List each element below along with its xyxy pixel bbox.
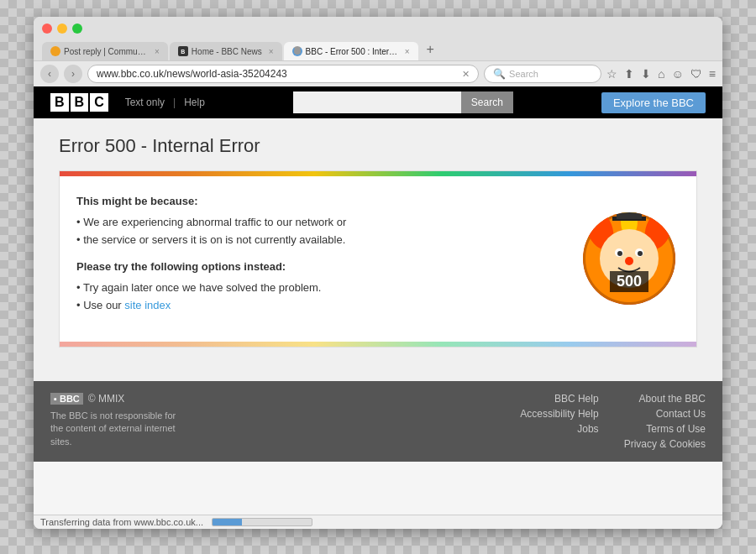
footer-about-bbc[interactable]: About the BBC bbox=[624, 393, 706, 405]
toolbar-icons: ☆ ⬆ ⬇ ⌂ ☺ 🛡 ≡ bbox=[606, 67, 716, 81]
footer-links: BBC Help Accessibility Help Jobs About t… bbox=[202, 393, 706, 450]
svg-point-10 bbox=[625, 257, 633, 265]
error-heading: This might be because: bbox=[76, 193, 562, 211]
maximize-button[interactable] bbox=[72, 24, 82, 34]
text-only-link[interactable]: Text only bbox=[125, 97, 165, 108]
site-index-link[interactable]: site index bbox=[124, 299, 171, 311]
footer-links-col2: About the BBC Contact Us Terms of Use Pr… bbox=[624, 393, 706, 450]
bbc-footer: ▪ BBC © MMIX The BBC is not responsible … bbox=[34, 381, 722, 462]
svg-rect-12 bbox=[617, 212, 642, 219]
error-image-area: 500 bbox=[579, 193, 680, 325]
bbc-logo-c: C bbox=[90, 93, 108, 112]
footer-logo-box: ▪ BBC bbox=[50, 393, 83, 405]
suggestions-list: Try again later once we have solved the … bbox=[76, 280, 562, 315]
suggestion-1: Try again later once we have solved the … bbox=[76, 280, 562, 297]
address-bar: ‹ › www.bbc.co.uk/news/world-asia-352042… bbox=[34, 60, 722, 86]
bbc-logo-b: B bbox=[50, 93, 69, 112]
error-clown-image: 500 bbox=[583, 212, 675, 305]
tab-error-close[interactable]: × bbox=[405, 47, 410, 56]
tab-community[interactable]: Post reply | Community Site × bbox=[42, 42, 168, 60]
error-reasons-list: We are experiencing abnormal traffic to … bbox=[76, 214, 562, 249]
suggestion-2: Use our site index bbox=[76, 297, 562, 315]
community-tab-icon bbox=[50, 46, 60, 56]
window-controls bbox=[42, 24, 714, 34]
new-tab-button[interactable]: + bbox=[420, 39, 441, 60]
status-bar: Transferring data from www.bbc.co.uk... bbox=[34, 515, 722, 529]
bbc-search-container: Search bbox=[222, 91, 585, 113]
error-code-badge: 500 bbox=[610, 271, 648, 292]
url-icons: ✕ bbox=[462, 69, 470, 80]
footer-contact-us[interactable]: Contact Us bbox=[624, 408, 706, 420]
footer-disclaimer: The BBC is not responsible for the conte… bbox=[50, 410, 185, 448]
tab-bbc-news[interactable]: B Home - BBC News × bbox=[170, 42, 282, 60]
rainbow-bar-bottom bbox=[60, 342, 696, 347]
bbc-search-bar: Search bbox=[293, 91, 513, 113]
svg-point-9 bbox=[638, 251, 643, 256]
bbc-search-input[interactable] bbox=[293, 91, 461, 113]
download-icon[interactable]: ⬇ bbox=[641, 67, 651, 81]
footer-copyright: © MMIX bbox=[88, 393, 125, 405]
search-placeholder: Search bbox=[509, 69, 538, 79]
back-button[interactable]: ‹ bbox=[40, 65, 59, 83]
error-reason-2: the service or servers it is on is not c… bbox=[76, 232, 562, 249]
minimize-button[interactable] bbox=[57, 24, 67, 34]
bbc-tab-icon: B bbox=[178, 46, 188, 56]
tab-error[interactable]: BBC - Error 500 : Internal Error × bbox=[284, 42, 418, 60]
status-text: Transferring data from www.bbc.co.uk... bbox=[40, 517, 203, 527]
footer-privacy[interactable]: Privacy & Cookies bbox=[624, 438, 706, 450]
title-bar: Post reply | Community Site × B Home - B… bbox=[34, 17, 722, 60]
tabs-row: Post reply | Community Site × B Home - B… bbox=[42, 39, 714, 60]
explore-bbc-button[interactable]: Explore the BBC bbox=[601, 92, 706, 113]
error-title: Error 500 - Internal Error bbox=[59, 135, 697, 157]
menu-icon[interactable]: ≡ bbox=[709, 67, 716, 81]
tab-bbc-news-close[interactable]: × bbox=[269, 47, 274, 56]
status-progress bbox=[212, 518, 312, 526]
bbc-logo: B B C bbox=[50, 93, 108, 112]
profile-icon[interactable]: ☺ bbox=[672, 67, 684, 81]
status-progress-fill bbox=[213, 519, 242, 525]
url-text: www.bbc.co.uk/news/world-asia-35204243 bbox=[97, 68, 287, 80]
error-box-content: This might be because: We are experienci… bbox=[60, 176, 696, 342]
error-reason-1: We are experiencing abnormal traffic to … bbox=[76, 214, 562, 232]
browser-search-bar[interactable]: 🔍 Search bbox=[484, 65, 601, 83]
url-bar[interactable]: www.bbc.co.uk/news/world-asia-35204243 ✕ bbox=[87, 65, 479, 83]
footer-bbc-help[interactable]: BBC Help bbox=[520, 393, 598, 405]
tab-community-close[interactable]: × bbox=[155, 47, 160, 56]
shield-icon[interactable]: 🛡 bbox=[690, 67, 702, 81]
footer-bbc-logo: ▪ BBC © MMIX bbox=[50, 393, 185, 405]
footer-links-col1: BBC Help Accessibility Help Jobs bbox=[520, 393, 598, 450]
error-box: This might be because: We are experienci… bbox=[59, 170, 697, 348]
svg-point-8 bbox=[617, 251, 622, 256]
home-icon[interactable]: ⌂ bbox=[658, 67, 664, 81]
share-icon[interactable]: ⬆ bbox=[624, 67, 634, 81]
footer-jobs[interactable]: Jobs bbox=[520, 423, 598, 435]
ssl-icon: ✕ bbox=[462, 69, 470, 80]
page-content: B B C Text only | Help Search Explore th… bbox=[34, 86, 722, 515]
bbc-nav-links: Text only | Help bbox=[125, 97, 205, 108]
error-page-body: Error 500 - Internal Error This might be… bbox=[34, 118, 722, 381]
browser-window: Post reply | Community Site × B Home - B… bbox=[34, 17, 722, 529]
close-button[interactable] bbox=[42, 24, 52, 34]
help-link[interactable]: Help bbox=[184, 97, 205, 108]
forward-button[interactable]: › bbox=[64, 65, 82, 83]
footer-accessibility[interactable]: Accessibility Help bbox=[520, 408, 598, 420]
search-icon: 🔍 bbox=[493, 68, 506, 80]
tab-error-label: BBC - Error 500 : Internal Error bbox=[306, 47, 398, 56]
nav-separator: | bbox=[173, 97, 176, 108]
footer-left: ▪ BBC © MMIX The BBC is not responsible … bbox=[50, 393, 185, 448]
tab-community-label: Post reply | Community Site bbox=[64, 47, 148, 56]
error-text: This might be because: We are experienci… bbox=[76, 193, 562, 325]
suggestion-heading: Please try the following options instead… bbox=[76, 259, 562, 276]
bbc-search-button[interactable]: Search bbox=[461, 91, 513, 113]
footer-terms[interactable]: Terms of Use bbox=[624, 423, 706, 435]
error-tab-icon bbox=[292, 46, 302, 56]
footer-logo-text: BBC bbox=[60, 394, 80, 404]
bbc-logo-b2: B bbox=[71, 93, 89, 112]
tab-bbc-news-label: Home - BBC News bbox=[192, 47, 262, 56]
bbc-header: B B C Text only | Help Search Explore th… bbox=[34, 86, 722, 118]
footer-logo-icon: ▪ bbox=[54, 394, 57, 404]
bookmark-icon[interactable]: ☆ bbox=[606, 67, 617, 81]
